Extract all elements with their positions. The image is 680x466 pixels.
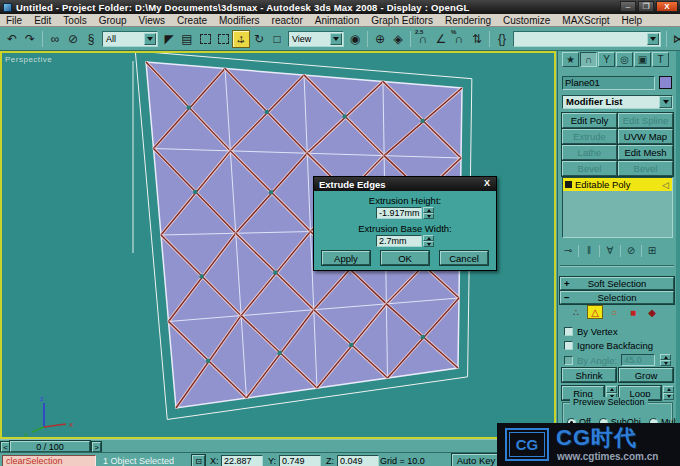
select-by-name-icon[interactable]: ▤ [178,30,196,48]
checkbox-icon[interactable] [564,341,573,350]
time-slider[interactable]: < 0 / 100 > [0,439,556,452]
angle-snap-icon[interactable]: ∠ [432,30,450,48]
snaps-toggle-icon[interactable]: ∩2.5 [414,30,432,48]
viewport-label[interactable]: Perspective [5,55,52,64]
cancel-button[interactable]: Cancel [440,251,488,265]
polygon-subobject-icon[interactable]: ■ [625,305,641,319]
modifier-stack-list[interactable]: Editable Poly ◁ [562,177,673,238]
prev-frame-button[interactable]: < [1,442,10,452]
menu-item-edit[interactable]: Edit [28,15,57,26]
menu-item-rendering[interactable]: Rendering [439,15,497,26]
modifier-list-dropdown[interactable]: Modifier List [562,95,673,109]
tab-hierarchy-icon[interactable]: Y [598,52,615,67]
menu-item-help[interactable]: Help [616,15,649,26]
stack-item-editable-poly[interactable]: Editable Poly ◁ [563,178,672,191]
bind-to-space-warp-icon[interactable]: § [82,30,100,48]
menu-item-group[interactable]: Group [93,15,133,26]
tab-create-icon[interactable]: ★ [562,52,579,67]
menu-item-reactor[interactable]: reactor [266,15,309,26]
rectangular-selection-region-icon[interactable] [196,30,214,48]
render-shortcuts-icon[interactable]: ◈ [389,30,407,48]
command-panel: ★∩Y◎▣T Plane01 Modifier List Edit PolyEd… [557,51,676,466]
spinner-snap-icon[interactable]: ⇅ [468,30,486,48]
redo-icon[interactable]: ↷ [21,30,39,48]
loop-spinner[interactable] [663,386,674,400]
select-and-scale-icon[interactable]: □ [268,30,286,48]
extrusion-base-width-field[interactable]: 2.7mm [376,235,422,247]
percent-snap-icon[interactable]: ∩% [450,30,468,48]
dropdown-arrow-icon[interactable] [659,96,672,108]
modifier-button-edit-poly[interactable]: Edit Poly [562,113,617,128]
rollout-selection[interactable]: − Selection [560,291,674,304]
dialog-close-icon[interactable]: X [480,178,494,189]
stack-separator [599,245,600,257]
show-end-result-icon[interactable]: ‖ [581,244,597,258]
ok-button[interactable]: OK [381,251,429,265]
menu-item-file[interactable]: File [0,15,28,26]
menu-item-modifiers[interactable]: Modifiers [213,15,266,26]
menu-item-customize[interactable]: Customize [497,15,556,26]
named-selection-sets-dropdown[interactable] [513,31,661,47]
use-pivot-point-center-icon[interactable]: ◉ [346,30,364,48]
modifier-button-edit-mesh[interactable]: Edit Mesh [618,145,673,160]
pin-stack-icon[interactable]: ⊸ [560,244,576,258]
y-coordinate-field[interactable]: 0.749 [279,455,321,466]
make-unique-icon[interactable]: ∀ [602,244,618,258]
remove-modifier-icon[interactable]: ⊘ [623,244,639,258]
select-and-move-icon[interactable] [232,30,250,48]
window-crossing-icon[interactable] [214,30,232,48]
time-slider-handle[interactable]: 0 / 100 [10,441,90,452]
auto-key-button[interactable]: Auto Key [452,454,500,466]
panel-scrollbar[interactable] [676,51,680,466]
menu-item-create[interactable]: Create [171,15,213,26]
select-object-icon[interactable]: ◤ [160,30,178,48]
extrusion-height-spinner[interactable] [423,207,434,219]
configure-modifier-sets-icon[interactable]: ⊞ [644,244,660,258]
mirror-icon[interactable]: ⋈ [670,30,680,48]
tab-utilities-icon[interactable]: T [652,52,669,67]
tab-modify-icon[interactable]: ∩ [580,52,597,67]
menu-item-views[interactable]: Views [133,15,172,26]
select-and-manipulate-icon[interactable]: ⊕ [371,30,389,48]
minimize-button[interactable]: – [620,1,636,12]
modifier-button-uvw-map[interactable]: UVW Map [618,129,673,144]
apply-button[interactable]: Apply [322,251,370,265]
extrusion-height-label: Extrusion Height: [314,195,496,206]
selection-lock-toggle[interactable]: ⊡ [192,455,205,466]
menu-item-animation[interactable]: Animation [309,15,365,26]
menu-item-graph-editors[interactable]: Graph Editors [365,15,439,26]
dialog-title-bar[interactable]: Extrude Edges X [314,177,496,191]
maxscript-mini-listener[interactable]: clearSelection [2,455,96,466]
grow-button[interactable]: Grow [619,368,673,382]
x-coordinate-field[interactable]: 22.887 [221,455,263,466]
restore-button[interactable]: ❐ [638,1,654,12]
edge-subobject-icon[interactable]: △ [587,305,603,319]
close-button[interactable]: X [656,1,678,12]
selection-filter-dropdown[interactable]: All [102,31,158,47]
checkbox-icon[interactable] [564,327,573,336]
vertex-subobject-icon[interactable]: ∴ [568,305,584,319]
main-toolbar: ↶↷∞⊘§All◤▤↻□View◉⊕◈∩2.5∠∩%⇅{}⋈≡ [0,27,680,51]
extrusion-height-field[interactable]: -1.917mm [376,207,422,219]
menu-item-maxscript[interactable]: MAXScript [556,15,615,26]
undo-icon[interactable]: ↶ [3,30,21,48]
edit-named-selection-sets-icon[interactable]: {} [493,30,511,48]
shrink-button[interactable]: Shrink [562,368,616,382]
element-subobject-icon[interactable]: ◆ [644,305,660,319]
by-vertex-checkbox[interactable]: By Vertex [564,326,618,337]
z-coordinate-field[interactable]: 0.049 [337,455,379,466]
tab-motion-icon[interactable]: ◎ [616,52,633,67]
reference-coordinate-system-dropdown[interactable]: View [288,31,344,47]
border-subobject-icon[interactable]: ○ [606,305,622,319]
select-and-rotate-icon[interactable]: ↻ [250,30,268,48]
object-name-field[interactable]: Plane01 [562,76,655,90]
rollout-soft-selection[interactable]: + Soft Selection [560,277,674,290]
object-color-swatch[interactable] [659,76,672,89]
unlink-selection-icon[interactable]: ⊘ [64,30,82,48]
select-and-link-icon[interactable]: ∞ [46,30,64,48]
ignore-backfacing-checkbox[interactable]: Ignore Backfacing [564,340,653,351]
next-frame-button[interactable]: > [92,442,101,452]
extrusion-base-width-spinner[interactable] [423,235,434,247]
tab-display-icon[interactable]: ▣ [634,52,651,67]
menu-item-tools[interactable]: Tools [57,15,92,26]
